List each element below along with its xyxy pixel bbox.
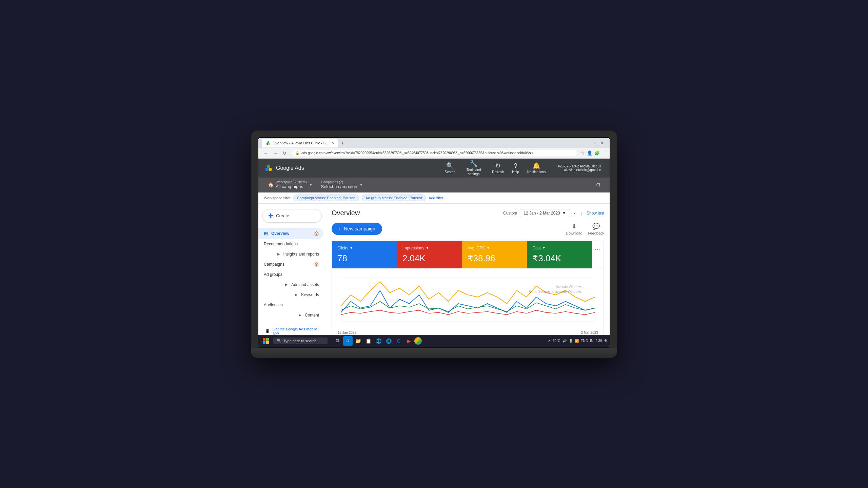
avg-cpc-dropdown-icon[interactable]: ▼ xyxy=(487,246,490,250)
clicks-label: Clicks xyxy=(337,246,348,250)
start-button[interactable] xyxy=(261,336,271,346)
minimize-icon[interactable]: — xyxy=(590,141,594,145)
feedback-icon: 💬 xyxy=(592,223,600,230)
taskbar-edge-colored[interactable]: 🌐 xyxy=(374,336,383,346)
tools-settings-button[interactable]: 🔧 Tools and settings xyxy=(460,158,487,178)
download-button[interactable]: ⬇ Download xyxy=(566,223,583,235)
taskbar-browser1[interactable]: 🌐 xyxy=(384,336,393,346)
tab-title: Overview - Allevia Diet Clinic - G... xyxy=(273,141,329,145)
tab-close-button[interactable]: ✕ xyxy=(331,141,334,145)
help-button[interactable]: ? Help xyxy=(509,160,522,176)
sidebar-item-recommendations[interactable]: Recommendations xyxy=(258,239,323,249)
campaigns-dropdown-icon[interactable]: ▼ xyxy=(359,182,363,187)
workspace-breadcrumb[interactable]: 🏠 Workspace (2 filters) All campaigns ▼ xyxy=(264,178,317,192)
avg-cpc-metric-card[interactable]: Avg. CPC ▼ ₹38.96 xyxy=(462,241,527,268)
maximize-icon[interactable]: □ xyxy=(596,141,598,145)
address-bar[interactable]: 🔒 ads.google.com/aw/overview?ocid=782029… xyxy=(291,150,578,156)
refresh-icon: ↻ xyxy=(495,162,500,169)
taskbar-search[interactable]: 🔍 Type here to search xyxy=(273,338,328,344)
active-tab[interactable]: Overview - Allevia Diet Clinic - G... ✕ xyxy=(262,139,338,147)
account-info[interactable]: 429-878-1362 Alievia Diet Cl alieviadiet… xyxy=(554,164,604,172)
cost-metric-card[interactable]: Cost ▼ ₹3.04K xyxy=(527,241,592,268)
taskbar-chrome2[interactable] xyxy=(414,337,422,345)
mobile-app-link[interactable]: 📱 Get the Google Ads mobile app xyxy=(262,324,322,335)
sidebar-item-campaigns[interactable]: Campaigns 🏠 xyxy=(258,259,323,269)
more-options-button[interactable]: ⋮ xyxy=(592,241,604,268)
date-picker[interactable]: 12 Jan - 2 Mar 2023 ▼ xyxy=(520,209,570,217)
sidebar-item-insights-reports[interactable]: ▶ Insights and reports xyxy=(258,249,323,259)
date-next-button[interactable]: › xyxy=(579,209,584,217)
laptop-base xyxy=(251,348,617,358)
svg-rect-12 xyxy=(266,338,269,341)
refresh-button[interactable]: ↻ Refresh xyxy=(489,160,507,176)
sidebar-item-content[interactable]: ▶ Content xyxy=(258,310,323,320)
workspace-value: All campaigns xyxy=(276,184,307,189)
date-prev-button[interactable]: ‹ xyxy=(573,209,577,217)
refresh-label: Refresh xyxy=(492,170,504,174)
svg-point-5 xyxy=(267,165,270,168)
more-dots-icon: ⋮ xyxy=(594,247,601,253)
sidebar: ✚ Create ⊞ Overview 🏠 Recommendations xyxy=(258,204,326,335)
svg-rect-14 xyxy=(266,341,269,344)
ads-assets-label: Ads and assets xyxy=(291,282,319,287)
extensions-icon[interactable]: 🧩 xyxy=(594,150,600,156)
campaigns-label: Campaigns (2) xyxy=(321,180,357,184)
workspace-label: Workspace (2 filters) xyxy=(276,180,307,184)
region: IN xyxy=(590,339,593,343)
account-phone: 429-878-1362 Alievia Diet Cl xyxy=(558,164,601,168)
tools-icon: 🔧 xyxy=(470,160,477,167)
new-campaign-button[interactable]: + New campaign xyxy=(332,223,382,235)
svg-point-4 xyxy=(269,168,272,171)
windows-logo xyxy=(263,338,269,344)
notifications-label: Notifications xyxy=(527,170,546,174)
close-icon[interactable]: ✕ xyxy=(600,141,604,145)
impressions-dropdown-icon[interactable]: ▼ xyxy=(426,246,429,250)
taskbar-chrome1[interactable]: G xyxy=(394,336,403,346)
filter-label: Workspace filter xyxy=(264,196,291,200)
campaigns-breadcrumb[interactable]: Campaigns (2) Select a campaign ▼ xyxy=(317,178,367,192)
workspace-dropdown-icon[interactable]: ▼ xyxy=(309,182,313,187)
impressions-metric-card[interactable]: Impressions ▼ 2.04K xyxy=(397,241,462,268)
clicks-metric-card[interactable]: Clicks ▼ 78 xyxy=(332,241,397,268)
taskbar-browser2[interactable]: ▶ xyxy=(404,336,414,346)
expand-insights-icon: ▶ xyxy=(277,252,280,256)
new-tab-button[interactable]: + xyxy=(338,138,347,148)
home-icon: 🏠 xyxy=(268,182,274,187)
sidebar-item-ads-assets[interactable]: ▶ Ads and assets xyxy=(258,280,323,290)
reload-button[interactable]: ↻ xyxy=(281,149,288,157)
add-filter-button[interactable]: Add filter xyxy=(429,196,443,200)
menu-icon[interactable]: ⋮ xyxy=(602,150,606,156)
profile-icon[interactable]: 👤 xyxy=(587,150,592,156)
clicks-dropdown-icon[interactable]: ▼ xyxy=(350,246,353,250)
feedback-button[interactable]: 💬 Feedback xyxy=(588,223,604,235)
back-button[interactable]: ← xyxy=(262,149,270,157)
taskbar-file-explorer[interactable]: 📁 xyxy=(353,336,363,346)
avg-cpc-label: Avg. CPC xyxy=(468,246,485,250)
insights-reports-label: Insights and reports xyxy=(283,252,319,257)
show-last-button[interactable]: Show last xyxy=(587,211,604,216)
taskbar-task-view[interactable]: ⧉ xyxy=(333,336,342,346)
taskbar-system-tray: ☀ 30°C 🔊 🔋 📶 ENG IN 4:39 4/ xyxy=(548,339,607,343)
cost-dropdown-icon[interactable]: ▼ xyxy=(542,246,546,250)
svg-point-2 xyxy=(267,141,269,143)
sidebar-item-keywords[interactable]: ▶ Keywords xyxy=(258,290,323,300)
taskbar-search-icon: 🔍 xyxy=(277,339,281,343)
sidebar-item-overview[interactable]: ⊞ Overview 🏠 xyxy=(258,228,323,239)
sidebar-item-audiences[interactable]: Audiences xyxy=(258,300,323,310)
campaign-status-filter[interactable]: Campaign status: Enabled, Paused xyxy=(293,195,359,201)
home-nav-icon: 🏠 xyxy=(314,231,319,236)
ad-group-status-filter[interactable]: Ad group status: Enabled, Paused xyxy=(362,195,426,201)
cost-value: ₹3.04K xyxy=(532,253,587,264)
sidebar-item-ad-groups[interactable]: Ad groups xyxy=(258,269,323,280)
impressions-label: Impressions xyxy=(402,246,425,250)
taskbar-outlook[interactable]: O xyxy=(343,336,353,346)
create-button[interactable]: ✚ Create xyxy=(262,209,322,223)
ch-label: Ch xyxy=(596,183,604,187)
notifications-button[interactable]: 🔔 Notifications xyxy=(524,160,549,176)
bookmark-icon[interactable]: ☆ xyxy=(581,150,585,156)
forward-button[interactable]: → xyxy=(271,149,279,157)
svg-point-0 xyxy=(267,143,268,145)
taskbar-app3[interactable]: 📋 xyxy=(363,336,373,346)
download-icon: ⬇ xyxy=(572,223,577,230)
search-header-button[interactable]: 🔍 Search xyxy=(441,160,459,176)
